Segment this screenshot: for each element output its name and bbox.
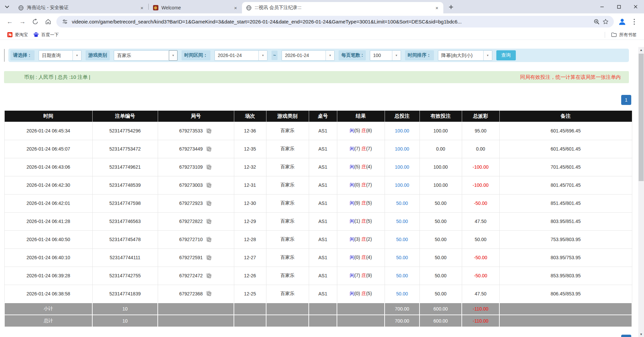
layout-tick	[4, 49, 5, 62]
window-close-button[interactable]	[627, 0, 644, 13]
column-header: 桌号	[309, 111, 337, 122]
scroll-up-arrow[interactable]: ▲	[638, 47, 644, 53]
table-no-cell: AS1	[309, 212, 337, 230]
game-category-select[interactable]: 百家乐▼	[114, 50, 178, 61]
round-result-icon[interactable]	[205, 164, 212, 170]
pagination-page-1-bottom[interactable]	[621, 335, 631, 337]
note-cell: 803.95/851.45	[499, 212, 632, 230]
round-result-icon[interactable]	[205, 273, 212, 279]
table-body: 2026-01-24 06:45:34523147754296679273533…	[4, 122, 632, 327]
bookmark-star-icon[interactable]	[601, 17, 610, 26]
taobao-icon: 淘	[7, 32, 12, 37]
session-cell: 12-32	[234, 158, 266, 176]
footer-cell: 700.00	[385, 315, 419, 327]
scroll-down-arrow[interactable]: ▼	[638, 331, 644, 337]
new-tab-button[interactable]	[446, 2, 456, 12]
round-result-icon[interactable]	[205, 146, 212, 152]
back-button[interactable]: ←	[3, 15, 16, 28]
round-result-icon[interactable]	[205, 182, 212, 188]
column-header: 有效投注	[419, 111, 462, 122]
tab-close-icon[interactable]: ×	[233, 5, 239, 11]
site-info-icon[interactable]	[60, 17, 69, 26]
result-player: 闲(7)	[350, 273, 360, 278]
tab-haiyan-forum[interactable]: 海燕论坛 - 安全验证 ×	[14, 2, 148, 13]
scrollbar-thumb[interactable]	[639, 54, 644, 181]
tab-welcome[interactable]: Welcome ×	[149, 2, 242, 13]
footer-cell: 600.00	[419, 315, 462, 327]
all-bookmarks-button[interactable]: 所有书签	[608, 31, 639, 39]
query-type-select[interactable]: 日期查询▼	[39, 50, 82, 61]
page-size-select[interactable]: 100▼	[370, 50, 401, 61]
round-result-icon[interactable]	[205, 128, 212, 134]
total-row: 总计10700.00600.00-110.00	[4, 315, 632, 327]
chevron-down-icon: ▼	[392, 51, 401, 60]
filter-bar: 请选择： 日期查询▼ 游戏类别 百家乐▼ 时间区间： 2026-01-24▼ ~…	[8, 49, 629, 62]
payout-cell: 47.50	[462, 212, 499, 230]
date-from-select[interactable]: 2026-01-24▼	[214, 50, 267, 61]
reload-icon	[32, 19, 38, 25]
column-header: 时间	[4, 111, 92, 122]
round-result-icon[interactable]	[205, 200, 212, 207]
bookmarks-bar: 淘 爱淘宝 百度一下 所有书签	[0, 30, 644, 40]
search-button[interactable]: 查询	[496, 50, 516, 60]
game-cell: 百家乐	[266, 194, 309, 212]
bookmark-baidu[interactable]: 百度一下	[31, 31, 61, 39]
browser-menu-button[interactable]	[628, 15, 641, 28]
window-minimize-button[interactable]	[594, 0, 610, 13]
result-player: 闲(0)	[350, 255, 360, 260]
valid-bet-cell: 0.00	[419, 140, 462, 158]
round-result-icon[interactable]	[205, 290, 212, 297]
round-result-icon[interactable]	[205, 255, 212, 261]
note-cell: 803.95/753.95	[499, 248, 632, 267]
table-row: 2026-01-24 06:42:30523147748539679273003…	[4, 176, 632, 194]
valid-bet-cell: 50.00	[419, 248, 462, 267]
date-to-select[interactable]: 2026-01-24▼	[282, 50, 335, 61]
round-cell: 679272591	[158, 248, 234, 267]
result-banker: 庄(4)	[361, 255, 372, 260]
url-text[interactable]: videoie.com/game/betrecord_search/kind3?…	[72, 19, 592, 24]
note-cell: 853.95/803.95	[499, 267, 632, 285]
table-no-cell: AS1	[309, 248, 337, 267]
tab-search-button[interactable]	[0, 0, 14, 13]
reload-button[interactable]	[29, 15, 42, 28]
valid-bet-cell: 50.00	[419, 230, 462, 248]
time-cell: 2026-01-24 06:39:28	[4, 267, 92, 285]
time-sort-select[interactable]: 降幂(由大到小)▼	[438, 50, 492, 61]
forward-button[interactable]: →	[16, 15, 29, 28]
footer-cell	[499, 315, 632, 327]
footer-cell: 总计	[4, 315, 92, 327]
table-no-cell: AS1	[309, 285, 337, 303]
total-bet-cell: 50.00	[385, 194, 419, 212]
round-result-icon[interactable]	[205, 218, 212, 225]
time-cell: 2026-01-24 06:42:01	[4, 194, 92, 212]
zoom-icon[interactable]	[592, 17, 601, 26]
window-maximize-button[interactable]	[610, 0, 627, 13]
round-cell: 679272923	[158, 194, 234, 212]
result-player: 闲(1)	[350, 218, 360, 224]
bet-record-table: 时间注单编号局号场次游戏类别桌号结果总投注有效投注总派彩备注 2026-01-2…	[4, 111, 632, 327]
close-icon	[634, 5, 638, 9]
payout-cell: -50.00	[462, 248, 499, 267]
vertical-scrollbar[interactable]: ▲ ▼	[638, 47, 644, 337]
footer-cell	[337, 303, 385, 315]
tab-close-icon[interactable]: ×	[434, 5, 440, 11]
bet-id-cell: 523147744111	[92, 248, 158, 267]
address-bar[interactable]: videoie.com/game/betrecord_search/kind3?…	[56, 16, 614, 27]
globe-icon	[246, 5, 252, 11]
profile-avatar[interactable]	[616, 16, 628, 27]
tab-close-icon[interactable]: ×	[139, 5, 145, 11]
window-controls	[594, 0, 644, 13]
game-cell: 百家乐	[266, 140, 309, 158]
round-result-icon[interactable]	[205, 236, 212, 243]
bookmark-aitaobao[interactable]: 淘 爱淘宝	[5, 31, 31, 39]
time-cell: 2026-01-24 06:45:07	[4, 140, 92, 158]
browser-toolbar: ← → videoie.com/game/betrecord_search/ki…	[0, 13, 644, 30]
footer-cell: 700.00	[385, 303, 419, 315]
minimize-icon	[600, 5, 604, 9]
total-bet-cell: 100.00	[385, 176, 419, 194]
tab-bet-record-active[interactable]: :::视讯 会员下注纪录::: ×	[242, 2, 443, 13]
home-button[interactable]	[42, 15, 54, 28]
pagination-page-1[interactable]: 1	[621, 95, 631, 105]
result-cell: 闲(0) 庄(4)	[337, 248, 385, 267]
total-bet-cell: 100.00	[385, 158, 419, 176]
